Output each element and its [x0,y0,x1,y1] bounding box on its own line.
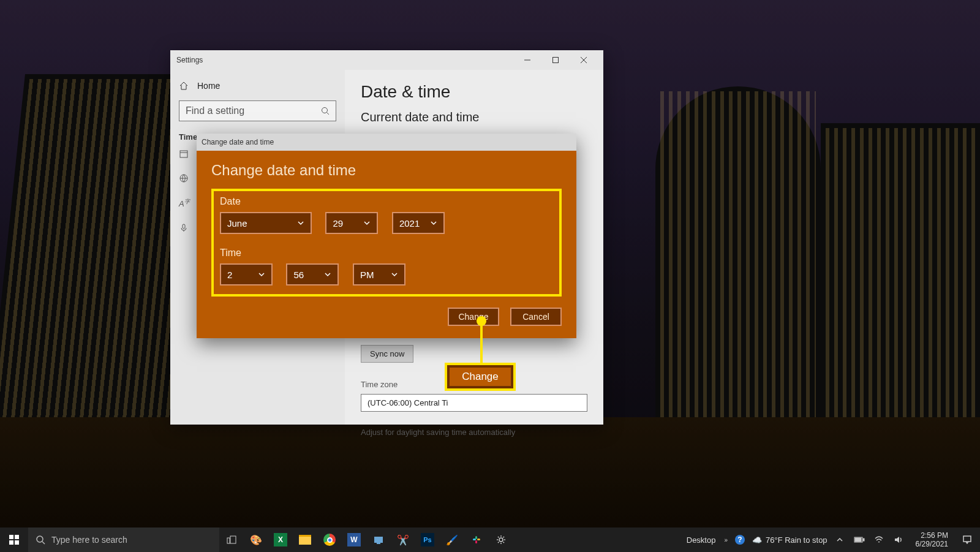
svg-rect-6 [180,151,187,157]
cloud-icon: ☁️ [752,535,762,545]
language-icon: A字 [179,198,190,208]
taskbar-app-photoshop[interactable]: Ps [415,527,440,552]
taskbar-app-chrome[interactable] [317,527,342,552]
close-button[interactable] [570,51,597,69]
time-zone-dropdown[interactable]: (UTC-06:00) Central Ti [361,394,587,412]
taskbar-app-explorer[interactable] [293,527,317,552]
dialog-change-button[interactable]: Change [448,308,499,326]
date-label: Date [220,196,553,207]
taskbar-app-snip[interactable]: ✂️ [391,527,415,552]
svg-line-15 [42,542,45,544]
year-dropdown[interactable]: 2021 [392,212,445,234]
hour-value: 2 [227,270,232,280]
home-label: Home [197,81,220,91]
chevron-down-icon [324,271,331,278]
annotation-change-button: Change [445,363,516,391]
taskbar: Type here to search 🎨 X W ✂️ Ps 🖌️ Deskt… [0,527,980,552]
svg-rect-20 [473,539,476,540]
tray-overflow-icon[interactable] [832,536,847,543]
svg-rect-18 [374,537,383,543]
svg-rect-9 [183,224,185,229]
month-value: June [227,218,247,229]
svg-rect-12 [9,540,13,545]
search-icon [321,107,330,115]
svg-point-4 [322,108,328,113]
dialog-cancel-button[interactable]: Cancel [510,308,562,326]
annotation-line [480,323,483,364]
time-label: Time [220,248,553,259]
chevron-up-icon[interactable]: » [724,537,728,543]
clock-time: 2:56 PM [916,531,948,540]
sidebar-home[interactable]: Home [179,76,336,100]
svg-point-14 [37,536,43,542]
annotation-change-label: Change [447,365,513,388]
svg-rect-30 [963,536,971,542]
ampm-dropdown[interactable]: PM [353,263,405,285]
battery-icon[interactable] [852,536,867,543]
svg-rect-13 [15,540,19,545]
taskbar-app-slack[interactable] [464,527,489,552]
minimize-button[interactable] [514,51,541,69]
dst-label: Adjust for daylight saving time automati… [361,428,587,437]
svg-point-24 [499,538,503,542]
svg-rect-21 [477,539,480,540]
taskbar-clock[interactable]: 2:56 PM 6/29/2021 [911,531,953,548]
settings-search[interactable]: Find a setting [179,100,336,121]
taskbar-app-excel[interactable]: X [268,527,293,552]
day-dropdown[interactable]: 29 [325,212,378,234]
task-view-icon[interactable] [219,527,244,552]
help-icon[interactable]: ? [733,534,747,545]
sync-now-button[interactable]: Sync now [361,345,413,363]
change-datetime-dialog: Change date and time Change date and tim… [197,134,576,338]
taskbar-app-palette[interactable]: 🖌️ [440,527,464,552]
svg-rect-16 [230,536,236,543]
dialog-heading: Change date and time [211,162,562,179]
page-title: Date & time [361,82,587,102]
taskbar-search-placeholder: Type here to search [51,535,127,545]
month-dropdown[interactable]: June [220,212,312,234]
chevron-down-icon [258,271,265,278]
hour-dropdown[interactable]: 2 [220,263,273,285]
search-placeholder: Find a setting [186,105,244,116]
chevron-down-icon [363,219,371,227]
chevron-down-icon [430,219,437,227]
weather-text: 76°F Rain to stop [766,535,827,545]
taskbar-app-paint[interactable]: 🎨 [244,527,268,552]
minute-dropdown[interactable]: 56 [286,263,339,285]
svg-text:?: ? [737,535,742,544]
desktop-peek-label[interactable]: Desktop [687,535,716,545]
dialog-titlebar: Change date and time [197,134,576,151]
svg-rect-23 [475,540,477,543]
svg-rect-28 [863,539,864,541]
svg-rect-10 [9,535,13,539]
microphone-icon [179,223,189,233]
minute-value: 56 [293,270,304,280]
chevron-down-icon [391,271,398,278]
globe-icon [179,173,189,183]
svg-rect-17 [227,538,230,543]
taskbar-app-generic1[interactable] [366,527,391,552]
action-center-icon[interactable] [958,535,976,545]
maximize-button[interactable] [542,51,569,69]
window-title: Settings [176,56,203,64]
start-button[interactable] [0,527,28,552]
wifi-icon[interactable] [872,535,886,545]
chevron-down-icon [297,219,304,227]
taskbar-app-word[interactable]: W [342,527,366,552]
day-value: 29 [333,218,343,229]
datetime-highlight: Date June 29 2021 Time 2 56 PM [211,189,562,297]
home-icon [179,81,189,91]
taskbar-app-settings[interactable] [489,527,513,552]
svg-rect-11 [15,535,19,539]
clock-date: 6/29/2021 [916,540,948,548]
year-value: 2021 [399,218,420,229]
svg-rect-1 [553,58,559,63]
calendar-icon [179,149,189,159]
svg-rect-19 [377,543,380,544]
weather-widget[interactable]: ☁️ 76°F Rain to stop [752,535,827,545]
svg-line-5 [327,113,330,115]
volume-icon[interactable] [891,535,906,545]
svg-rect-29 [855,538,861,542]
taskbar-search[interactable]: Type here to search [28,527,219,552]
svg-rect-22 [475,536,477,539]
